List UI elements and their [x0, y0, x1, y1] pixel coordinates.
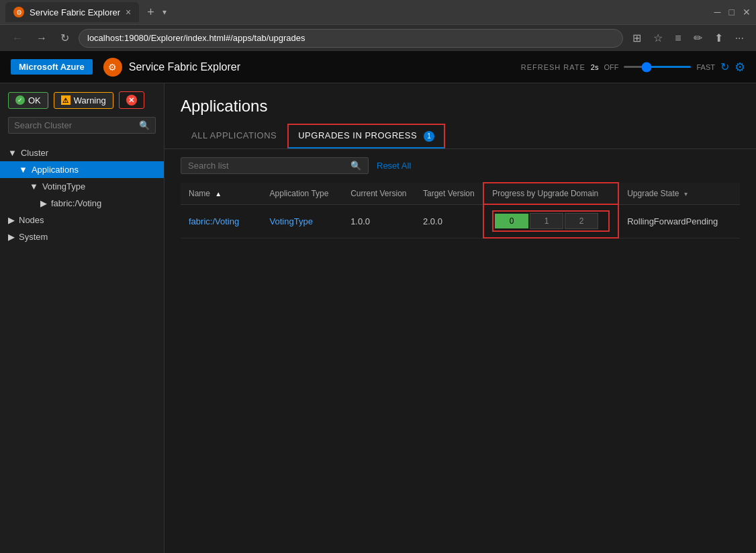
warning-icon: ⚠: [61, 95, 70, 105]
forward-button[interactable]: →: [32, 30, 51, 47]
tab-dropdown-button[interactable]: ▾: [162, 7, 167, 17]
bookmark-star-button[interactable]: ☆: [649, 29, 667, 47]
fabric-voting-label: fabric:/Voting: [51, 198, 101, 208]
azure-logo: Microsoft Azure: [11, 59, 93, 75]
settings-icon[interactable]: ⚙: [735, 60, 745, 75]
cluster-label: Cluster: [21, 148, 48, 158]
page-title: Applications: [181, 97, 740, 116]
tab-all-applications[interactable]: ALL APPLICATIONS: [181, 124, 287, 148]
col-header-name: Name ▲: [181, 183, 262, 204]
cluster-arrow: ▼: [8, 148, 17, 158]
reset-all-link[interactable]: Reset All: [377, 161, 411, 171]
row-app-type-cell: VotingType: [262, 204, 343, 238]
refresh-rate-value: 2s: [591, 63, 599, 71]
more-button[interactable]: ···: [731, 29, 748, 47]
search-cluster-input[interactable]: [14, 120, 139, 130]
name-sort-icon[interactable]: ▲: [215, 190, 222, 198]
main-layout: ✓ OK ⚠ Warning ✕ 🔍 ▼ Cluster ▼ App: [0, 83, 756, 553]
search-icon: 🔍: [139, 120, 150, 130]
tab-upgrades-in-progress[interactable]: UPGRADES IN PROGRESS 1: [287, 124, 445, 148]
browser-tab-bar: ⚙ Service Fabric Explorer × + ▾ ─ □ ✕: [0, 0, 756, 24]
bookmarks-button[interactable]: ⊞: [628, 29, 645, 47]
applications-table: Name ▲ Application Type Current Version …: [181, 182, 740, 239]
back-button[interactable]: ←: [8, 30, 27, 47]
share-button[interactable]: ⬆: [710, 29, 727, 47]
col-header-state: Upgrade State ▾: [618, 183, 740, 204]
refresh-icon[interactable]: ↻: [720, 60, 729, 73]
upgrade-domain-progress: 0 1 2: [492, 210, 610, 232]
search-cluster-box: 🔍: [8, 117, 156, 134]
browser-toolbar: ← → ↻ localhost:19080/Explorer/index.htm…: [0, 24, 756, 51]
applications-arrow: ▼: [19, 165, 28, 175]
sidebar-item-fabric-voting[interactable]: ▶ fabric:/Voting: [0, 195, 164, 212]
app-type-link[interactable]: VotingType: [270, 216, 313, 226]
sidebar-tree: ▼ Cluster ▼ Applications ▼ VotingType ▶ …: [0, 142, 164, 553]
pen-button[interactable]: ✏: [690, 29, 706, 47]
app-name-link[interactable]: fabric:/Voting: [189, 216, 239, 226]
ok-icon: ✓: [15, 95, 25, 105]
app-header: Microsoft Azure ⚙ Service Fabric Explore…: [0, 51, 756, 83]
content-area: Applications ALL APPLICATIONS UPGRADES I…: [164, 83, 756, 553]
votingtype-arrow: ▼: [30, 181, 38, 192]
nodes-label: Nodes: [19, 215, 44, 225]
table-row: fabric:/Voting VotingType 1.0.0 2.0.0: [181, 204, 740, 238]
col-header-app-type: Application Type: [262, 183, 343, 204]
table-header-row: Name ▲ Application Type Current Version …: [181, 183, 740, 204]
table-controls: 🔍 Reset All: [164, 149, 756, 182]
row-current-version-cell: 1.0.0: [342, 204, 415, 238]
col-current-label: Current Version: [350, 189, 406, 198]
tab-title: Service Fabric Explorer: [30, 7, 120, 17]
page-header: Applications: [164, 83, 756, 124]
refresh-rate-label: REFRESH RATE: [521, 63, 585, 71]
upgrades-badge: 1: [424, 131, 434, 142]
domain-1: 1: [530, 213, 563, 229]
address-bar[interactable]: localhost:19080/Explorer/index.html#/app…: [79, 29, 623, 48]
warning-label: Warning: [74, 95, 106, 105]
fabric-voting-arrow: ▶: [40, 198, 47, 208]
content-tabs: ALL APPLICATIONS UPGRADES IN PROGRESS 1: [164, 124, 756, 149]
sidebar-item-cluster[interactable]: ▼ Cluster: [0, 144, 164, 161]
table-search-icon: 🔍: [350, 161, 361, 171]
close-window-button[interactable]: ✕: [743, 7, 751, 17]
tab-close-button[interactable]: ×: [126, 7, 131, 17]
row-target-version-cell: 2.0.0: [415, 204, 483, 238]
table-wrapper: Name ▲ Application Type Current Version …: [164, 182, 756, 239]
tab-upgrades-label: UPGRADES IN PROGRESS: [298, 130, 417, 140]
system-arrow: ▶: [8, 232, 15, 242]
menu-button[interactable]: ≡: [671, 29, 685, 47]
warning-status-button[interactable]: ⚠ Warning: [54, 92, 113, 109]
sidebar-item-system[interactable]: ▶ System: [0, 228, 164, 245]
current-version-text: 1.0.0: [350, 216, 370, 226]
refresh-button[interactable]: ↻: [56, 29, 73, 47]
col-header-current: Current Version: [342, 183, 415, 204]
refresh-slider[interactable]: [624, 66, 691, 68]
votingtype-label: VotingType: [42, 181, 85, 192]
domain-2: 2: [565, 213, 598, 229]
url-text: localhost:19080/Explorer/index.html#/app…: [87, 33, 305, 43]
table-search-box: 🔍: [181, 157, 369, 174]
new-tab-button[interactable]: +: [142, 3, 160, 22]
sidebar: ✓ OK ⚠ Warning ✕ 🔍 ▼ Cluster ▼ App: [0, 83, 164, 553]
error-status-button[interactable]: ✕: [119, 91, 144, 109]
ok-status-button[interactable]: ✓ OK: [8, 92, 48, 109]
minimize-button[interactable]: ─: [714, 7, 721, 17]
maximize-button[interactable]: □: [729, 7, 735, 17]
system-label: System: [19, 232, 48, 242]
sidebar-item-applications[interactable]: ▼ Applications: [0, 161, 164, 178]
applications-label: Applications: [32, 165, 79, 175]
col-state-label: Upgrade State: [627, 189, 679, 198]
browser-action-buttons: ⊞ ☆ ≡ ✏ ⬆ ···: [628, 29, 748, 47]
col-app-type-label: Application Type: [270, 189, 329, 198]
app-title: Service Fabric Explorer: [129, 61, 240, 73]
state-filter-icon[interactable]: ▾: [684, 190, 688, 198]
col-target-label: Target Version: [423, 189, 475, 198]
browser-tab[interactable]: ⚙ Service Fabric Explorer ×: [5, 2, 139, 22]
col-header-target: Target Version: [415, 183, 483, 204]
error-icon: ✕: [126, 95, 137, 105]
row-progress-cell: 0 1 2: [483, 204, 618, 238]
sidebar-item-nodes[interactable]: ▶ Nodes: [0, 212, 164, 228]
sidebar-item-votingtype[interactable]: ▼ VotingType: [0, 178, 164, 195]
col-progress-label: Progress by Upgrade Domain: [492, 189, 598, 198]
row-upgrade-state-cell: RollingForwardPending: [618, 204, 740, 238]
table-search-input[interactable]: [188, 161, 350, 171]
